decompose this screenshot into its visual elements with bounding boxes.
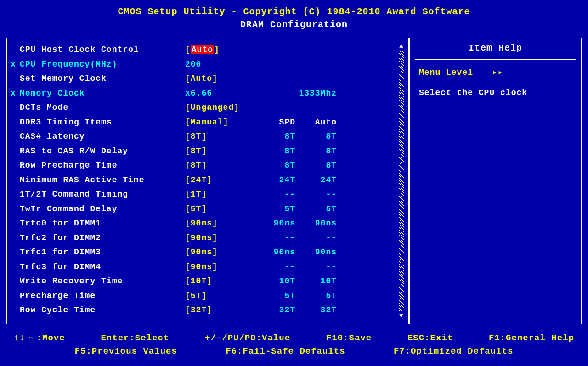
row-marker: x [11,57,20,72]
setting-row[interactable]: xMemory Clock x6.661333Mhz [11,86,405,101]
auto-value: 8T [295,144,337,159]
setting-label: Trfc3 for DIMM4 [20,260,185,275]
auto-value: 10T [295,274,337,289]
setting-label: DCTs Mode [20,101,185,115]
hint-previous: F5:Previous Values [75,345,177,358]
header-title-2: DRAM Configuration [0,18,588,31]
setting-value[interactable]: [24T] [185,173,254,188]
spd-value: 5T [254,289,295,304]
setting-label: CPU Host Clock Control [20,43,185,57]
setting-label: Minimum RAS Active Time [20,173,185,188]
setting-row[interactable]: 1T/2T Command Timing[1T]---- [11,187,405,202]
setting-row[interactable]: xCPU Frequency(MHz) 200 [11,57,405,72]
setting-row[interactable]: Trfc2 for DIMM2[90ns]---- [11,231,405,246]
setting-value[interactable]: [90ns] [185,245,254,260]
hint-failsafe: F6:Fail-Safe Defaults [226,345,345,358]
footer-line-1: ↑↓→←:Move Enter:Select +/-/PU/PD:Value F… [14,332,574,345]
hint-move: ↑↓→←:Move [14,332,65,345]
auto-value: 90ns [295,245,337,260]
setting-row[interactable]: Trfc3 for DIMM4[90ns]---- [11,260,405,275]
bios-header: CMOS Setup Utility - Copyright (C) 1984-… [0,0,588,35]
settings-list[interactable]: CPU Host Clock Control[Auto]xCPU Frequen… [11,43,405,318]
spd-value: 8T [254,144,295,159]
hint-exit: ESC:Exit [407,332,453,345]
setting-label: 1T/2T Command Timing [20,187,185,202]
spd-value: SPD [254,115,295,130]
hint-help: F1:General Help [489,332,574,345]
setting-value[interactable]: [8T] [185,144,254,159]
hint-value: +/-/PU/PD:Value [205,332,290,345]
scroll-down-icon[interactable]: ▼ [399,313,403,319]
hint-select: Enter:Select [101,332,169,345]
hint-optimized: F7:Optimized Defaults [394,345,513,358]
spd-value: 90ns [254,245,295,260]
setting-value[interactable]: [Auto] [185,43,254,57]
auto-value: -- [295,260,337,275]
auto-value: 32T [295,303,337,318]
footer-line-2: F5:Previous Values F6:Fail-Safe Defaults… [14,345,574,358]
setting-label: Memory Clock [20,86,185,101]
menu-level-label: Menu Level [419,68,473,77]
setting-row[interactable]: CAS# latency[8T]8T8T [11,130,405,144]
setting-label: Trfc0 for DIMM1 [20,216,185,231]
setting-row[interactable]: Row Precharge Time[8T]8T8T [11,158,405,173]
menu-level: Menu Level ▸▸ [415,67,576,77]
setting-value[interactable]: [90ns] [185,231,254,246]
setting-value[interactable]: [8T] [185,130,254,144]
setting-value[interactable]: [Unganged] [185,101,254,115]
setting-value[interactable]: [Auto] [185,72,254,86]
setting-value[interactable]: [32T] [185,303,254,318]
setting-value[interactable]: [8T] [185,158,254,173]
help-title: Item Help [415,43,576,60]
scrollbar[interactable]: ▲ ▼ [398,43,405,319]
scroll-up-icon[interactable]: ▲ [399,43,403,49]
setting-value[interactable]: [5T] [185,202,254,217]
auto-value: 90ns [295,216,337,231]
setting-row[interactable]: DCTs Mode[Unganged] [11,101,405,115]
setting-row[interactable]: Trfc0 for DIMM1[90ns]90ns90ns [11,216,405,231]
auto-value: 1333Mhz [295,86,337,101]
setting-row[interactable]: DDR3 Timing Items[Manual]SPDAuto [11,115,405,130]
spd-value: -- [254,231,295,246]
settings-panel: CPU Host Clock Control[Auto]xCPU Frequen… [7,38,408,324]
help-panel: Item Help Menu Level ▸▸ Select the CPU c… [408,38,581,324]
spd-value: 10T [254,274,295,289]
setting-row[interactable]: CPU Host Clock Control[Auto] [11,43,405,57]
setting-row[interactable]: Precharge Time[5T]5T5T [11,289,405,304]
setting-label: Write Recovery Time [20,274,185,289]
setting-row[interactable]: Row Cycle Time[32T]32T32T [11,303,405,318]
auto-value: 5T [295,202,337,217]
menu-level-arrows-icon: ▸▸ [492,68,503,77]
setting-value[interactable]: [90ns] [185,260,254,275]
setting-row[interactable]: RAS to CAS R/W Delay[8T]8T8T [11,144,405,159]
auto-value: Auto [295,115,337,130]
auto-value: 5T [295,289,337,304]
scrollbar-track[interactable] [399,51,404,311]
setting-row[interactable]: Set Memory Clock[Auto] [11,72,405,86]
setting-label: RAS to CAS R/W Delay [20,144,185,159]
setting-value[interactable]: [10T] [185,274,254,289]
setting-label: Row Cycle Time [20,303,185,318]
setting-value[interactable]: [90ns] [185,216,254,231]
setting-value[interactable]: [1T] [185,187,254,202]
setting-label: TwTr Command Delay [20,202,185,217]
setting-row[interactable]: Trfc1 for DIMM3[90ns]90ns90ns [11,245,405,260]
setting-row[interactable]: TwTr Command Delay[5T]5T5T [11,202,405,217]
setting-value[interactable]: [Manual] [185,115,254,130]
setting-row[interactable]: Minimum RAS Active Time[24T]24T24T [11,173,405,188]
auto-value: 8T [295,158,337,173]
help-text: Select the CPU clock [415,88,576,97]
setting-value[interactable]: [5T] [185,289,254,304]
spd-value: -- [254,187,295,202]
setting-label: Set Memory Clock [20,72,185,86]
main-panel: CPU Host Clock Control[Auto]xCPU Frequen… [6,37,582,325]
setting-row[interactable]: Write Recovery Time[10T]10T10T [11,274,405,289]
setting-value[interactable]: 200 [185,57,254,72]
spd-value: 8T [254,130,295,144]
setting-label: Row Precharge Time [20,158,185,173]
header-title-1: CMOS Setup Utility - Copyright (C) 1984-… [0,6,588,18]
setting-value[interactable]: x6.66 [185,86,254,101]
setting-label: DDR3 Timing Items [20,115,185,130]
hint-save: F10:Save [326,332,372,345]
spd-value: 24T [254,173,295,188]
